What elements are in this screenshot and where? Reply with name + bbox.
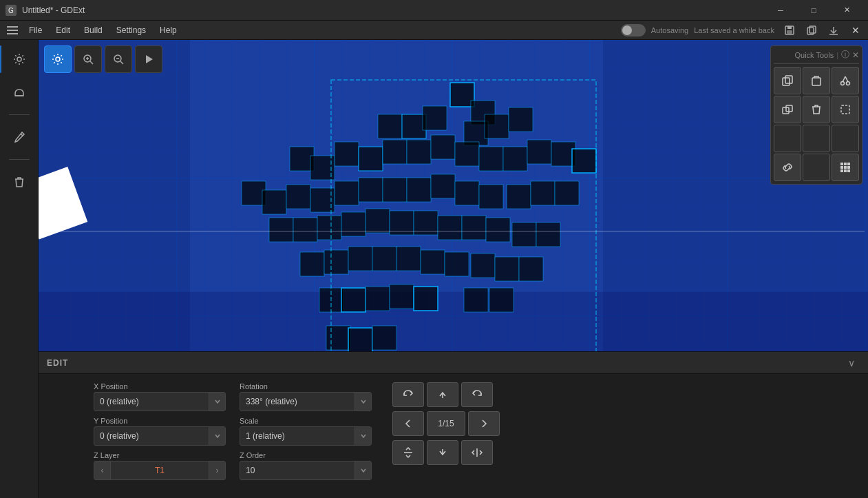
quick-tools-close-button[interactable]: ✕ <box>852 50 859 60</box>
x-position-arrow[interactable] <box>209 392 225 411</box>
autosave-toggle[interactable] <box>621 24 646 37</box>
page-indicator: 1/15 <box>438 419 454 428</box>
z-order-input[interactable] <box>240 466 354 475</box>
svg-rect-101 <box>783 78 790 85</box>
z-layer-left-button[interactable]: ‹ <box>94 461 111 480</box>
menu-action-buttons: ✕ <box>780 21 865 40</box>
rotate-ccw-button[interactable] <box>392 382 424 407</box>
y-position-input[interactable] <box>94 431 209 441</box>
play-button[interactable] <box>135 45 162 73</box>
autosave-label: Autosaving <box>651 26 688 34</box>
quick-tools-info-button[interactable]: ⓘ <box>841 49 849 61</box>
svg-rect-31 <box>335 142 359 166</box>
qt-select-box-button[interactable] <box>832 96 859 123</box>
main-area: Quick Tools | ⓘ ✕ <box>0 40 868 498</box>
qt-paste-button[interactable] <box>803 67 830 94</box>
canvas-area[interactable]: Quick Tools | ⓘ ✕ <box>39 40 868 498</box>
svg-rect-28 <box>509 107 533 132</box>
scale-label: Scale <box>240 417 372 425</box>
sidebar-divider-2 <box>9 159 30 160</box>
x-position-group: X Position <box>94 382 226 411</box>
quick-tools-header: Quick Tools | ⓘ ✕ <box>774 49 859 64</box>
rotation-input[interactable] <box>240 397 354 406</box>
move-up-button[interactable] <box>427 382 458 407</box>
qt-delete-button[interactable] <box>803 96 830 123</box>
prev-button[interactable] <box>392 411 424 436</box>
rotation-field <box>240 392 372 411</box>
next-button[interactable] <box>468 411 500 436</box>
svg-rect-37 <box>479 147 503 171</box>
download-action-button[interactable] <box>824 21 843 40</box>
menu-edit[interactable]: Edit <box>49 23 77 38</box>
svg-rect-71 <box>372 247 396 271</box>
svg-rect-50 <box>431 174 455 198</box>
panel-title: EDIT <box>47 358 843 368</box>
svg-rect-113 <box>847 163 850 165</box>
qt-btn8 <box>803 125 830 152</box>
rotation-arrow[interactable] <box>354 392 371 411</box>
svg-rect-64 <box>462 216 486 240</box>
svg-rect-84 <box>489 288 514 312</box>
maximize-button[interactable]: □ <box>798 0 829 21</box>
menu-help[interactable]: Help <box>153 23 184 38</box>
svg-rect-116 <box>847 166 850 169</box>
settings-tool-button[interactable] <box>44 45 72 73</box>
qt-copy-button[interactable] <box>774 67 801 94</box>
svg-rect-48 <box>383 178 407 202</box>
z-order-arrow[interactable] <box>354 461 371 480</box>
svg-rect-34 <box>407 140 431 164</box>
svg-rect-117 <box>840 169 843 172</box>
move-down-button[interactable] <box>427 440 458 465</box>
svg-point-104 <box>841 82 845 85</box>
hamburger-icon[interactable] <box>3 21 22 40</box>
y-position-arrow[interactable] <box>209 426 225 446</box>
save-action-button[interactable] <box>780 21 799 40</box>
zoom-in-button[interactable] <box>74 45 102 73</box>
svg-rect-57 <box>293 218 317 242</box>
z-layer-right-button[interactable]: › <box>209 461 225 480</box>
svg-rect-111 <box>840 163 843 165</box>
zoom-out-button[interactable] <box>105 45 132 73</box>
sidebar-settings-button[interactable] <box>6 45 33 73</box>
sidebar-pencil-button[interactable] <box>6 123 33 151</box>
svg-rect-69 <box>324 250 348 274</box>
svg-rect-51 <box>455 181 479 205</box>
z-layer-group: Z Layer ‹ T1 › <box>94 451 226 480</box>
z-order-group: Z Order <box>240 451 372 480</box>
svg-rect-75 <box>471 253 495 278</box>
flip-vertical-button[interactable] <box>392 440 424 465</box>
qt-cut-button[interactable] <box>832 67 859 94</box>
close-button[interactable]: ✕ <box>831 0 862 21</box>
svg-rect-81 <box>390 284 414 309</box>
menu-file[interactable]: File <box>22 23 49 38</box>
quick-tools-separator: | <box>836 51 838 59</box>
svg-rect-38 <box>503 147 527 171</box>
scale-arrow[interactable] <box>354 426 371 446</box>
svg-rect-46 <box>335 181 359 205</box>
copy-action-button[interactable] <box>802 21 821 40</box>
menu-settings[interactable]: Settings <box>109 23 153 38</box>
svg-rect-58 <box>317 216 341 240</box>
page-indicator-button[interactable]: 1/15 <box>427 411 465 436</box>
sidebar-helmet-button[interactable] <box>6 79 33 106</box>
menu-build[interactable]: Build <box>77 23 109 38</box>
svg-rect-80 <box>366 287 390 311</box>
svg-rect-47 <box>359 178 383 202</box>
qt-grid9-button[interactable] <box>832 154 859 181</box>
qt-link-button[interactable] <box>774 154 801 181</box>
svg-text:G: G <box>8 7 14 14</box>
svg-line-107 <box>845 76 848 82</box>
action-buttons-column: 1/15 <box>392 382 500 490</box>
flip-horizontal-button[interactable] <box>461 440 493 465</box>
collapse-button[interactable]: ∨ <box>843 355 860 371</box>
close-action-button[interactable]: ✕ <box>846 21 865 40</box>
rotate-cw-button[interactable] <box>461 382 493 407</box>
svg-rect-4 <box>7 33 18 34</box>
svg-rect-32 <box>359 147 383 171</box>
minimize-button[interactable]: ─ <box>765 0 796 21</box>
x-position-input[interactable] <box>94 397 209 406</box>
qt-duplicate-button[interactable] <box>774 96 801 123</box>
scale-input[interactable] <box>240 431 354 441</box>
sidebar-trash-button[interactable] <box>6 168 33 196</box>
svg-rect-60 <box>366 209 390 233</box>
